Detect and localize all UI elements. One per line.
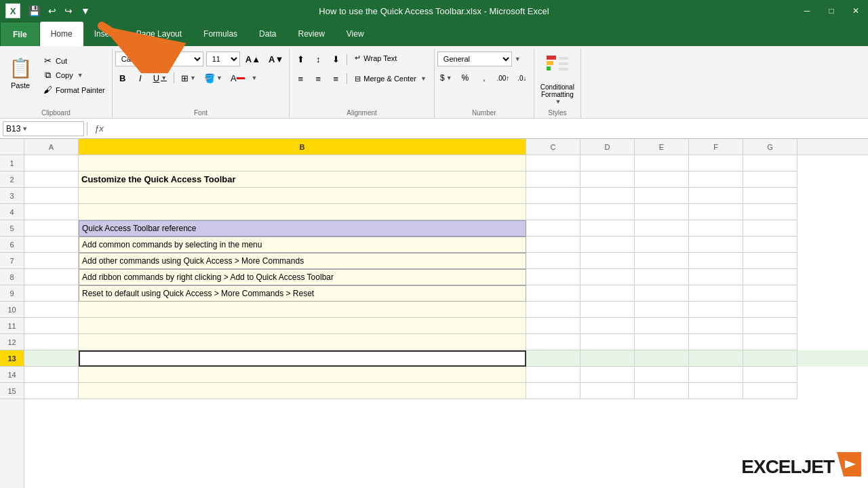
cell-b5[interactable]: Quick Access Toolbar reference	[79, 220, 526, 237]
cell-b4[interactable]	[79, 204, 526, 220]
cell-e11[interactable]	[635, 318, 689, 334]
tab-review[interactable]: Review	[287, 22, 335, 46]
cell-g1[interactable]	[743, 155, 797, 171]
cell-a7[interactable]	[24, 253, 79, 269]
row-header-2[interactable]: 2	[0, 171, 24, 188]
border-button[interactable]: ⊞▼	[178, 70, 199, 85]
cell-e5[interactable]	[635, 220, 689, 237]
cell-d11[interactable]	[580, 318, 635, 334]
cell-c4[interactable]	[526, 204, 580, 220]
font-family-select[interactable]: Calibri	[115, 52, 203, 66]
row-header-1[interactable]: 1	[0, 155, 24, 171]
col-header-a[interactable]: A	[24, 139, 79, 155]
cell-c6[interactable]	[526, 237, 580, 253]
row-header-13[interactable]: 13	[0, 350, 24, 367]
cell-d14[interactable]	[580, 367, 635, 383]
cell-e7[interactable]	[635, 253, 689, 269]
conditional-formatting-button[interactable]: ConditionalFormatting ▼	[537, 52, 578, 108]
row-header-11[interactable]: 11	[0, 318, 24, 334]
cell-d8[interactable]	[580, 269, 635, 285]
cell-b15[interactable]	[79, 383, 526, 399]
cell-a6[interactable]	[24, 237, 79, 253]
cell-g15[interactable]	[743, 383, 797, 399]
cell-b6[interactable]: Add common commands by selecting in the …	[79, 237, 526, 253]
align-right-button[interactable]: ≡	[328, 71, 344, 86]
col-header-e[interactable]: E	[635, 139, 689, 155]
row-header-14[interactable]: 14	[0, 367, 24, 383]
cell-d7[interactable]	[580, 253, 635, 269]
cell-e13[interactable]	[635, 350, 689, 367]
col-header-f[interactable]: F	[689, 139, 743, 155]
cell-b10[interactable]	[79, 302, 526, 318]
cell-e3[interactable]	[635, 188, 689, 204]
underline-button[interactable]: U▼	[151, 70, 170, 85]
paste-button[interactable]: 📋 Paste	[3, 52, 38, 92]
cell-b13[interactable]	[79, 350, 526, 367]
cell-d3[interactable]	[580, 188, 635, 204]
cell-g10[interactable]	[743, 302, 797, 318]
col-header-d[interactable]: D	[580, 139, 635, 155]
cell-b7[interactable]: Add other commands using Quick Access > …	[79, 253, 526, 269]
row-header-8[interactable]: 8	[0, 269, 24, 285]
row-header-4[interactable]: 4	[0, 204, 24, 220]
cell-f2[interactable]	[689, 171, 743, 188]
close-button[interactable]: ✕	[844, 0, 868, 22]
cell-f15[interactable]	[689, 383, 743, 399]
font-size-select[interactable]: 11	[206, 52, 240, 66]
cell-g13[interactable]	[743, 350, 797, 367]
align-bottom-button[interactable]: ⬇	[328, 52, 344, 67]
tab-formulas[interactable]: Formulas	[193, 22, 248, 46]
cell-f10[interactable]	[689, 302, 743, 318]
cell-b9[interactable]: Reset to default using Quick Access > Mo…	[79, 285, 526, 302]
cell-g2[interactable]	[743, 171, 797, 188]
cell-d5[interactable]	[580, 220, 635, 237]
tab-file[interactable]: File	[0, 22, 40, 46]
align-center-button[interactable]: ≡	[310, 71, 326, 86]
cell-g11[interactable]	[743, 318, 797, 334]
cell-e10[interactable]	[635, 302, 689, 318]
cell-d2[interactable]	[580, 171, 635, 188]
cell-f9[interactable]	[689, 285, 743, 302]
cell-a1[interactable]	[24, 155, 79, 171]
cell-f14[interactable]	[689, 367, 743, 383]
cell-d13[interactable]	[580, 350, 635, 367]
cell-f12[interactable]	[689, 334, 743, 350]
row-header-5[interactable]: 5	[0, 220, 24, 237]
cell-d6[interactable]	[580, 237, 635, 253]
cell-e9[interactable]	[635, 285, 689, 302]
cell-e14[interactable]	[635, 367, 689, 383]
cell-c13[interactable]	[526, 350, 580, 367]
cell-f1[interactable]	[689, 155, 743, 171]
cell-g4[interactable]	[743, 204, 797, 220]
cell-d10[interactable]	[580, 302, 635, 318]
cell-e8[interactable]	[635, 269, 689, 285]
cell-f7[interactable]	[689, 253, 743, 269]
cell-a11[interactable]	[24, 318, 79, 334]
wrap-text-button[interactable]: ↵ Wrap Text	[350, 52, 401, 64]
currency-button[interactable]: $▼	[437, 70, 455, 85]
cell-a3[interactable]	[24, 188, 79, 204]
cell-c2[interactable]	[526, 171, 580, 188]
cell-c7[interactable]	[526, 253, 580, 269]
cell-d9[interactable]	[580, 285, 635, 302]
cell-f4[interactable]	[689, 204, 743, 220]
cell-b2[interactable]: Customize the Quick Access Toolbar	[79, 171, 526, 188]
cell-a12[interactable]	[24, 334, 79, 350]
quick-access-dropdown[interactable]: ▼	[78, 4, 93, 18]
formula-input[interactable]	[108, 121, 865, 136]
row-header-6[interactable]: 6	[0, 237, 24, 253]
cell-b14[interactable]	[79, 367, 526, 383]
cell-g3[interactable]	[743, 188, 797, 204]
cell-c11[interactable]	[526, 318, 580, 334]
cell-d4[interactable]	[580, 204, 635, 220]
font-color-button[interactable]: A	[228, 70, 248, 85]
percent-button[interactable]: %	[456, 70, 474, 85]
cell-g7[interactable]	[743, 253, 797, 269]
cell-c12[interactable]	[526, 334, 580, 350]
col-header-b[interactable]: B	[79, 139, 526, 155]
tab-data[interactable]: Data	[248, 22, 287, 46]
cell-a10[interactable]	[24, 302, 79, 318]
cell-a4[interactable]	[24, 204, 79, 220]
row-header-10[interactable]: 10	[0, 302, 24, 318]
increase-decimal-button[interactable]: .00↑	[494, 70, 512, 85]
